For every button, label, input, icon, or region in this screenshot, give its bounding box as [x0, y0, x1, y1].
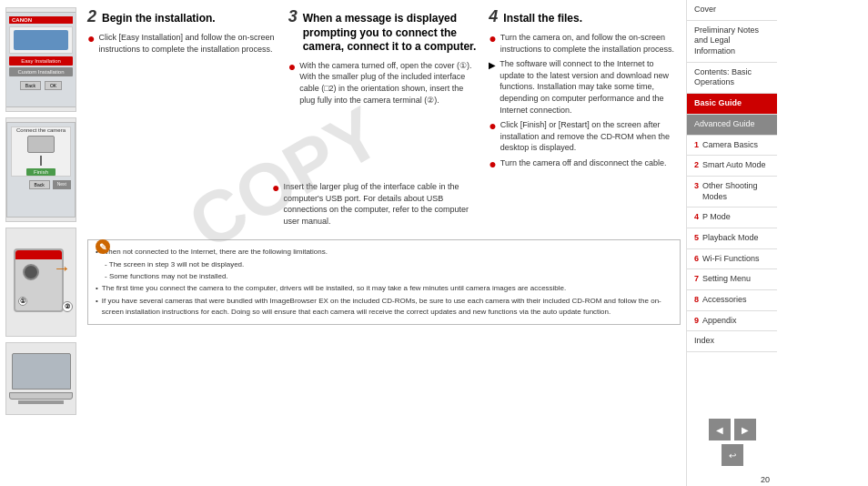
step-3-bullet-1: ● With the camera turned off, open the c…: [288, 60, 480, 106]
laptop-usb-image: [5, 342, 76, 415]
sidebar-item-basic-guide[interactable]: Basic Guide: [687, 94, 777, 115]
bullet-dot-4: ●: [489, 119, 496, 154]
step-4-text-4: Turn the camera off and disconnect the c…: [500, 157, 667, 170]
sidebar-item-preliminary[interactable]: Preliminary Notes and Legal Information: [687, 21, 777, 63]
sidebar-item-appendix[interactable]: 9 Appendix: [687, 311, 777, 332]
step-3-bullet-2: ● Insert the larger plug of the interfac…: [272, 181, 473, 227]
sidebar-navigation: ◀ ▶ ↩: [687, 411, 777, 473]
step-2-area: 2 Begin the installation. ● Click [Easy …: [87, 7, 279, 174]
sidebar-item-camera-basics[interactable]: 1 Camera Basics: [687, 136, 777, 157]
note-bullet-3: •: [96, 296, 98, 318]
step-3-text-1: With the camera turned off, open the cov…: [299, 60, 479, 106]
step-3-number: 3: [288, 7, 298, 26]
next-page-button[interactable]: ▶: [734, 419, 756, 440]
step-4-text-3: Click [Finish] or [Restart] on the scree…: [500, 119, 681, 154]
arrow-bullet: ▶: [489, 59, 496, 116]
sidebar-item-other-shooting[interactable]: 3 Other Shooting Modes: [687, 177, 777, 208]
step-2-text-1: Click [Easy Installation] and follow the…: [98, 32, 278, 55]
step-2-bullet-1: ● Click [Easy Installation] and follow t…: [87, 32, 279, 55]
step-4-text-1: Turn the camera on, and follow the on-sc…: [500, 32, 681, 55]
step-2-number: 2: [87, 7, 96, 26]
main-content-area: 2 Begin the installation. ● Click [Easy …: [82, 0, 686, 486]
sidebar-item-p-mode[interactable]: 4 P Mode: [687, 208, 777, 228]
installer-screenshot-1: CANON Easy Installation Custom Installat…: [5, 7, 76, 112]
step-3-title: When a message is displayed prompting yo…: [303, 12, 480, 55]
page-number: 20: [687, 473, 777, 486]
installer-screenshot-2: Connect the camera Finish Back Next: [5, 117, 76, 222]
notes-box: ✎ • When not connected to the Internet, …: [87, 239, 681, 325]
sidebar-item-advanced-guide[interactable]: Advanced Guide: [687, 115, 777, 136]
step-4-text-2: The software will connect to the Interne…: [500, 58, 681, 116]
bullet-dot-6: ●: [272, 181, 279, 227]
sidebar: Cover Preliminary Notes and Legal Inform…: [686, 0, 777, 486]
sidebar-item-cover[interactable]: Cover: [687, 0, 777, 21]
step-4-number: 4: [489, 7, 498, 26]
step-4-bullet-2: ▶ The software will connect to the Inter…: [489, 58, 681, 116]
note-text-2: The first time you connect the camera to…: [102, 283, 566, 294]
note-item-2: • The first time you connect the camera …: [96, 283, 672, 294]
note-text-3: If you have several cameras that were bu…: [102, 296, 672, 318]
sidebar-item-index[interactable]: Index: [687, 331, 777, 352]
step-3-text-2: Insert the larger plug of the interface …: [283, 181, 472, 227]
step-4-bullet-1: ● Turn the camera on, and follow the on-…: [489, 32, 681, 55]
bullet-dot-5: ●: [489, 157, 496, 170]
sidebar-item-wifi[interactable]: 6 Wi-Fi Functions: [687, 249, 777, 270]
note-text-1: When not connected to the Internet, ther…: [102, 247, 328, 258]
sidebar-item-contents[interactable]: Contents: Basic Operations: [687, 63, 777, 94]
step-4-bullet-3: ● Click [Finish] or [Restart] on the scr…: [489, 119, 681, 154]
sidebar-item-playback[interactable]: 5 Playback Mode: [687, 228, 777, 249]
prev-page-button[interactable]: ◀: [709, 419, 731, 440]
camera-cable-image: ① → ②: [5, 228, 76, 337]
left-images-column: CANON Easy Installation Custom Installat…: [0, 0, 82, 486]
step-3-area: 3 When a message is displayed prompting …: [288, 7, 480, 174]
step-4-title: Install the files.: [503, 12, 582, 26]
note-sub-1: - The screen in step 3 will not be displ…: [96, 259, 672, 270]
bullet-dot: ●: [87, 32, 95, 55]
step-2-title: Begin the installation.: [102, 12, 216, 26]
step-4-area: 4 Install the files. ● Turn the camera o…: [489, 7, 681, 174]
sidebar-item-accessories[interactable]: 8 Accessories: [687, 290, 777, 311]
note-item-1: • When not connected to the Internet, th…: [96, 247, 672, 258]
note-item-3: • If you have several cameras that were …: [96, 296, 672, 318]
sidebar-item-smart-auto[interactable]: 2 Smart Auto Mode: [687, 156, 777, 177]
nav-prev-next: ◀ ▶: [709, 419, 756, 440]
bullet-dot-3: ●: [489, 32, 496, 55]
sidebar-item-setting-menu[interactable]: 7 Setting Menu: [687, 269, 777, 290]
note-sub-2: - Some functions may not be installed.: [96, 271, 672, 282]
note-bullet-2: •: [96, 283, 98, 294]
home-button[interactable]: ↩: [722, 444, 743, 466]
note-icon: ✎: [96, 239, 110, 254]
step-4-bullet-4: ● Turn the camera off and disconnect the…: [489, 157, 681, 170]
bullet-dot-2: ●: [288, 60, 296, 106]
